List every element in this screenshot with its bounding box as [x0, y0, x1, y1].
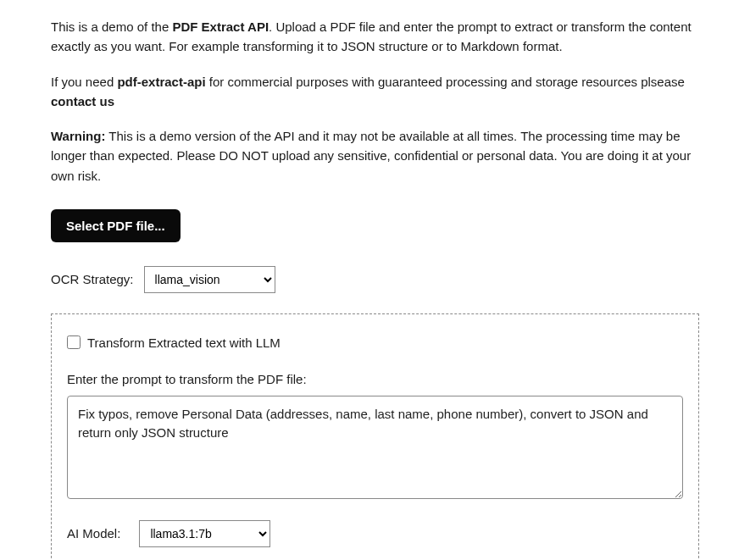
intro-paragraph-1: This is a demo of the PDF Extract API. U… — [51, 17, 699, 57]
transform-llm-checkbox-label[interactable]: Transform Extracted text with LLM — [87, 333, 281, 352]
api-name-bold: pdf-extract-api — [117, 75, 205, 89]
warning-text: This is a demo version of the API and it… — [51, 129, 691, 183]
select-pdf-button[interactable]: Select PDF file... — [51, 209, 181, 242]
ocr-strategy-select[interactable]: llama_vision — [144, 266, 275, 293]
intro-paragraph-2: If you need pdf-extract-api for commerci… — [51, 72, 699, 112]
ai-model-label: AI Model: — [67, 524, 120, 543]
prompt-textarea[interactable]: Fix typos, remove Personal Data (address… — [67, 396, 683, 499]
ocr-strategy-row: OCR Strategy: llama_vision — [51, 266, 699, 293]
intro-text: If you need — [51, 75, 117, 89]
warning-paragraph: Warning: This is a demo version of the A… — [51, 126, 699, 186]
intro-text: for commercial purposes with guaranteed … — [206, 75, 685, 89]
transform-panel: Transform Extracted text with LLM Enter … — [51, 313, 699, 560]
ai-model-select[interactable]: llama3.1:7b — [139, 520, 270, 547]
ai-model-row: AI Model: llama3.1:7b — [67, 520, 683, 547]
warning-label: Warning: — [51, 129, 105, 143]
transform-llm-checkbox[interactable] — [67, 335, 81, 349]
intro-text: This is a demo of the — [51, 19, 172, 34]
transform-checkbox-row: Transform Extracted text with LLM — [67, 333, 683, 352]
prompt-label: Enter the prompt to transform the PDF fi… — [67, 369, 683, 389]
ocr-strategy-label: OCR Strategy: — [51, 269, 134, 289]
api-name-bold: PDF Extract API — [172, 19, 269, 34]
contact-us-link[interactable]: contact us — [51, 94, 114, 108]
